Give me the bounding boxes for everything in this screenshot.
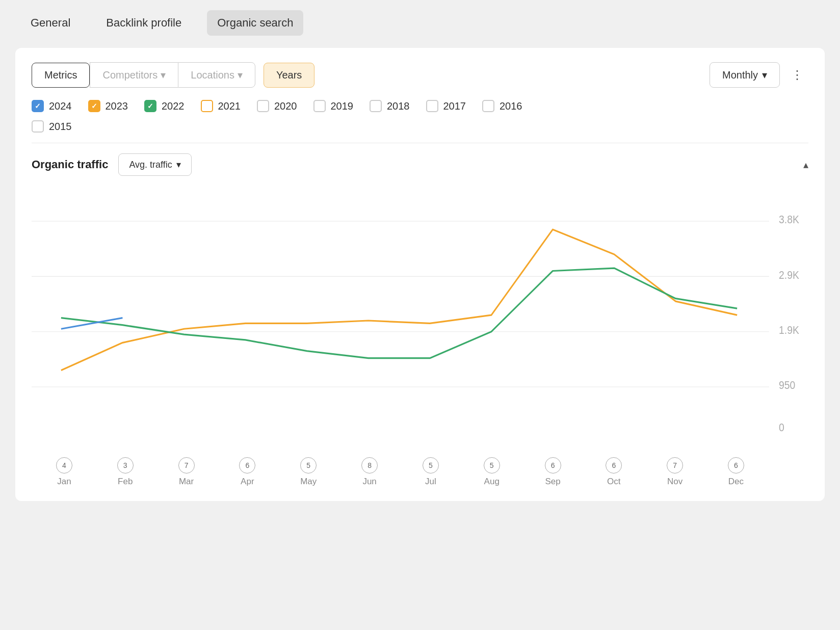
checkbox-2016[interactable]: [482, 100, 494, 112]
tab-organic[interactable]: Organic search: [207, 10, 303, 36]
section-divider: [32, 143, 808, 143]
year-label-2023: 2023: [106, 100, 128, 112]
checkbox-2024[interactable]: ✓: [32, 100, 44, 112]
year-item-2023[interactable]: ✓2023: [88, 100, 128, 112]
tab-general[interactable]: General: [20, 10, 81, 36]
top-navigation: General Backlink profile Organic search: [0, 0, 840, 36]
checkbox-2018[interactable]: [370, 100, 382, 112]
checkmark-2023: ✓: [91, 102, 97, 110]
chart-container: 3.8K 2.9K 1.9K 950 0: [32, 188, 808, 453]
more-options-button[interactable]: ⋮: [786, 64, 808, 86]
x-month-nov: Nov: [667, 477, 682, 487]
x-label-feb: 3Feb: [117, 457, 134, 487]
x-circle-jan: 4: [56, 457, 72, 474]
x-label-nov: 7Nov: [667, 457, 683, 487]
x-month-apr: Apr: [241, 477, 254, 487]
locations-label: Locations: [191, 69, 234, 81]
x-circle-feb: 3: [117, 457, 134, 474]
avg-traffic-button[interactable]: Avg. traffic: [118, 153, 191, 176]
competitors-chevron-icon: [161, 69, 166, 81]
x-axis-labels: 4Jan3Feb7Mar6Apr5May8Jun5Jul5Aug6Sep6Oct…: [34, 457, 767, 487]
x-circle-oct: 6: [606, 457, 622, 474]
monthly-button[interactable]: Monthly: [710, 62, 780, 88]
checkbox-2015[interactable]: [32, 120, 44, 133]
collapse-icon: [803, 159, 808, 170]
x-circle-may: 5: [300, 457, 317, 474]
year-label-2019: 2019: [331, 100, 354, 112]
checkmark-2024: ✓: [35, 102, 41, 110]
x-circle-dec: 6: [728, 457, 744, 474]
x-label-oct: 6Oct: [606, 457, 622, 487]
x-month-jun: Jun: [362, 477, 376, 487]
checkbox-2023[interactable]: ✓: [88, 100, 100, 112]
x-circle-jul: 5: [423, 457, 439, 474]
monthly-label: Monthly: [722, 69, 758, 81]
competitors-button[interactable]: Competitors: [90, 62, 178, 88]
x-label-dec: 6Dec: [728, 457, 744, 487]
year-item-2020[interactable]: 2020: [257, 100, 297, 112]
year-label-2018: 2018: [387, 100, 410, 112]
traffic-chart: 3.8K 2.9K 1.9K 950 0: [32, 188, 808, 453]
x-month-aug: Aug: [484, 477, 500, 487]
svg-text:2.9K: 2.9K: [779, 269, 799, 281]
year-item-2016[interactable]: 2016: [482, 100, 522, 112]
year-item-2022[interactable]: ✓2022: [144, 100, 185, 112]
locations-button[interactable]: Locations: [178, 62, 255, 88]
x-circle-nov: 7: [667, 457, 683, 474]
x-circle-jun: 8: [361, 457, 378, 474]
checkbox-2017[interactable]: [426, 100, 438, 112]
year-item-2024[interactable]: ✓2024: [32, 100, 72, 112]
collapse-chart-button[interactable]: [803, 159, 808, 171]
x-label-jan: 4Jan: [56, 457, 72, 487]
x-circle-mar: 7: [178, 457, 195, 474]
x-circle-apr: 6: [239, 457, 255, 474]
year-item-2019[interactable]: 2019: [313, 100, 354, 112]
x-month-jul: Jul: [425, 477, 436, 487]
svg-text:1.9K: 1.9K: [779, 324, 799, 336]
year-item-2017[interactable]: 2017: [426, 100, 466, 112]
year-label-2020: 2020: [274, 100, 297, 112]
x-month-dec: Dec: [728, 477, 744, 487]
x-label-apr: 6Apr: [239, 457, 255, 487]
year-item-2021[interactable]: 2021: [201, 100, 241, 112]
svg-text:0: 0: [779, 421, 784, 433]
x-month-sep: Sep: [545, 477, 560, 487]
metrics-button[interactable]: Metrics: [32, 63, 90, 88]
avg-traffic-chevron-icon: [176, 159, 181, 170]
year-label-2016: 2016: [500, 100, 522, 112]
x-label-jun: 8Jun: [361, 457, 378, 487]
avg-traffic-label: Avg. traffic: [129, 160, 172, 170]
checkbox-2019[interactable]: [313, 100, 326, 112]
main-card: Metrics Competitors Locations Years Mont…: [15, 48, 825, 501]
year-label-2021: 2021: [218, 100, 241, 112]
x-month-feb: Feb: [118, 477, 133, 487]
locations-chevron-icon: [238, 69, 243, 81]
year-label-2017: 2017: [443, 100, 466, 112]
chart-title: Organic traffic: [32, 158, 108, 171]
years-button[interactable]: Years: [264, 63, 314, 88]
filter-bar: Metrics Competitors Locations Years Mont…: [32, 62, 808, 88]
x-circle-sep: 6: [545, 457, 561, 474]
chart-header: Organic traffic Avg. traffic: [32, 153, 808, 176]
monthly-chevron-icon: [762, 69, 767, 81]
x-month-oct: Oct: [607, 477, 620, 487]
x-circle-aug: 5: [484, 457, 500, 474]
x-month-jan: Jan: [57, 477, 71, 487]
checkbox-2020[interactable]: [257, 100, 269, 112]
x-label-sep: 6Sep: [545, 457, 561, 487]
year-label-2022: 2022: [162, 100, 185, 112]
year-item-2018[interactable]: 2018: [370, 100, 410, 112]
x-month-mar: Mar: [179, 477, 194, 487]
x-label-aug: 5Aug: [484, 457, 500, 487]
checkbox-2021[interactable]: [201, 100, 213, 112]
x-label-may: 5May: [300, 457, 317, 487]
year-checkboxes-row1: ✓2024✓2023✓2022202120202019201820172016: [32, 100, 808, 112]
competitors-label: Competitors: [102, 69, 158, 81]
x-month-may: May: [300, 477, 317, 487]
year-checkboxes-row2: 2015: [32, 120, 808, 133]
tab-backlink[interactable]: Backlink profile: [96, 10, 192, 36]
x-label-jul: 5Jul: [423, 457, 439, 487]
checkbox-2022[interactable]: ✓: [144, 100, 156, 112]
svg-text:950: 950: [779, 379, 795, 391]
year-item-2015[interactable]: 2015: [32, 120, 72, 133]
